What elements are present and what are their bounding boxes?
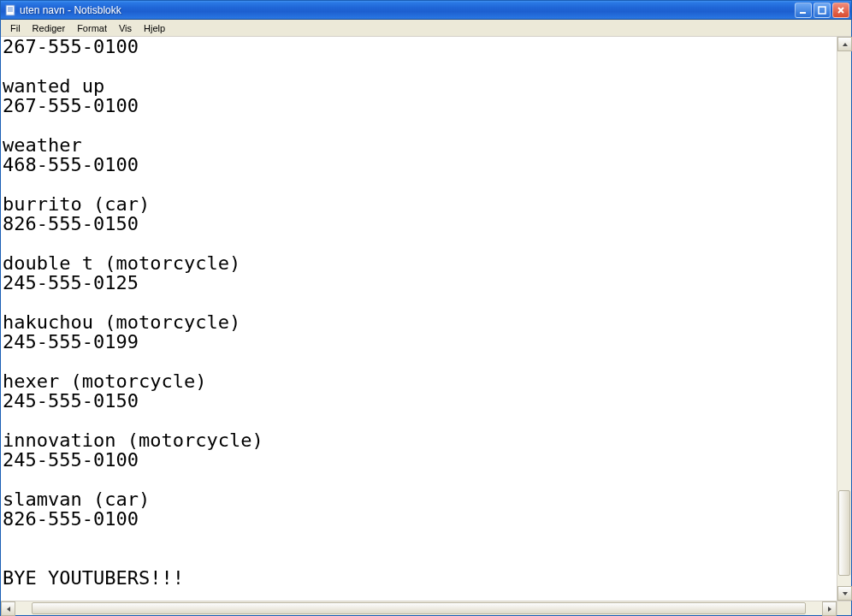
- close-button[interactable]: [832, 3, 849, 18]
- vertical-scrollbar[interactable]: [837, 37, 851, 601]
- scroll-up-button[interactable]: [837, 37, 852, 51]
- scroll-left-button[interactable]: [1, 601, 15, 616]
- minimize-button[interactable]: [795, 3, 812, 18]
- svg-rect-0: [6, 5, 15, 15]
- hscroll-track[interactable]: [15, 601, 822, 615]
- svg-marker-10: [7, 607, 10, 612]
- menubar: Fil Rediger Format Vis Hjelp: [1, 20, 851, 37]
- scrollbar-corner: [837, 601, 851, 615]
- svg-rect-4: [800, 12, 806, 14]
- svg-marker-9: [843, 592, 848, 595]
- vscroll-thumb[interactable]: [838, 490, 850, 576]
- app-window: uten navn - Notisblokk Fil Rediger Forma…: [0, 0, 852, 616]
- text-editor[interactable]: 267-555-0100 wanted up 267-555-0100 weat…: [1, 37, 837, 601]
- scroll-right-button[interactable]: [822, 601, 837, 616]
- svg-marker-8: [843, 43, 848, 46]
- menu-fil[interactable]: Fil: [4, 21, 27, 35]
- content-area: 267-555-0100 wanted up 267-555-0100 weat…: [1, 37, 851, 615]
- menu-vis[interactable]: Vis: [113, 21, 138, 35]
- titlebar[interactable]: uten navn - Notisblokk: [1, 1, 851, 20]
- notepad-icon: [4, 4, 16, 16]
- maximize-button[interactable]: [814, 3, 831, 18]
- hscroll-thumb[interactable]: [32, 602, 806, 614]
- menu-format[interactable]: Format: [71, 21, 113, 35]
- window-title: uten navn - Notisblokk: [20, 4, 121, 16]
- scroll-down-button[interactable]: [837, 586, 852, 601]
- menu-rediger[interactable]: Rediger: [27, 21, 72, 35]
- svg-marker-11: [828, 607, 831, 612]
- menu-hjelp[interactable]: Hjelp: [138, 21, 171, 35]
- vscroll-track[interactable]: [837, 51, 851, 586]
- horizontal-scrollbar[interactable]: [1, 601, 837, 615]
- svg-rect-5: [819, 7, 825, 14]
- window-controls: [795, 3, 851, 18]
